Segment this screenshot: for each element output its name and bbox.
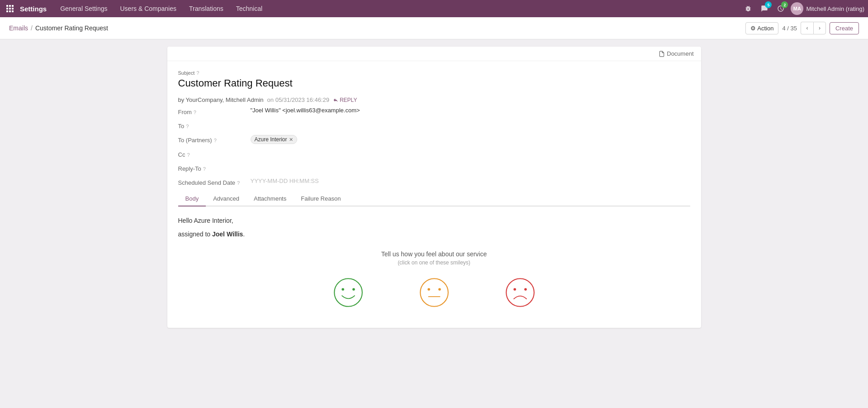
reply-link-label: REPLY (340, 97, 357, 103)
clock-badge: 2 (781, 1, 788, 8)
apps-grid-icon[interactable] (4, 2, 16, 15)
svg-point-13 (427, 288, 430, 291)
create-button[interactable]: Create (830, 22, 859, 34)
tab-failure-reason[interactable]: Failure Reason (294, 192, 348, 206)
prev-record-button[interactable]: ‹ (801, 22, 813, 34)
breadcrumb-toolbar: Emails / Customer Rating Request ⚙ Actio… (0, 17, 868, 39)
svg-rect-8 (12, 10, 14, 12)
to-value[interactable] (251, 121, 690, 128)
svg-rect-4 (9, 8, 11, 10)
cc-help-icon: ? (187, 152, 190, 158)
nav-technical[interactable]: Technical (230, 0, 269, 17)
svg-point-12 (420, 278, 448, 307)
breadcrumb-actions: ⚙ Action 4 / 35 ‹ › Create (745, 22, 859, 34)
svg-rect-0 (6, 5, 8, 7)
tabs-bar: Body Advanced Attachments Failure Reason (178, 192, 690, 206)
sad-face-btn[interactable] (504, 277, 536, 310)
form-body: Subject ? Customer Rating Request by You… (167, 61, 701, 328)
breadcrumb-parent-link[interactable]: Emails (9, 24, 28, 32)
svg-point-16 (513, 288, 516, 291)
breadcrumb: Emails / Customer Rating Request (9, 24, 108, 32)
app-brand: Settings (20, 5, 47, 13)
to-input[interactable] (251, 121, 690, 128)
to-partners-value: Azure Interior ✕ (251, 135, 690, 144)
nav-arrows: ‹ › (801, 22, 826, 34)
nav-translations[interactable]: Translations (183, 0, 230, 17)
svg-point-10 (342, 288, 344, 291)
meta-sender-line: by YourCompany, Mitchell Admin on 05/31/… (178, 96, 690, 103)
reply-to-label: Reply-To ? (178, 163, 251, 172)
happy-face-btn[interactable] (332, 277, 364, 310)
scheduled-send-value[interactable]: YYYY-MM-DD HH:MM:SS (251, 178, 690, 184)
svg-rect-6 (6, 10, 8, 12)
tag-label: Azure Interior (255, 136, 287, 143)
from-field-row: From ? "Joel Willis" <joel.willis63@exam… (178, 107, 690, 115)
reply-to-help-icon: ? (203, 166, 206, 172)
main-nav: General Settings Users & Companies Trans… (54, 0, 740, 17)
email-period: . (243, 230, 245, 238)
svg-rect-3 (6, 8, 8, 10)
svg-point-15 (506, 278, 534, 307)
scheduled-send-placeholder: YYYY-MM-DD HH:MM:SS (251, 178, 319, 184)
cc-label: Cc ? (178, 149, 251, 158)
svg-rect-5 (12, 8, 14, 10)
cc-value[interactable] (251, 149, 690, 156)
subject-help-icon: ? (196, 70, 199, 76)
reply-to-field-row: Reply-To ? (178, 163, 690, 172)
reply-to-value[interactable] (251, 163, 690, 170)
topbar: Settings General Settings Users & Compan… (0, 0, 868, 17)
svg-rect-7 (9, 10, 11, 12)
rating-faces (178, 277, 690, 310)
to-label: To ? (178, 121, 251, 130)
email-greeting: Hello Azure Interior, (178, 216, 690, 226)
action-button[interactable]: ⚙ Action (745, 22, 778, 34)
tab-attachments[interactable]: Attachments (247, 192, 294, 206)
document-link-label: Document (667, 50, 693, 57)
user-menu-btn[interactable]: MA Mitchell Admin (rating) (791, 2, 864, 15)
svg-point-11 (352, 288, 355, 291)
neutral-face-btn[interactable] (418, 277, 450, 310)
to-help-icon: ? (186, 124, 189, 129)
subject-label-row: Subject ? (178, 70, 690, 76)
nav-general-settings[interactable]: General Settings (54, 0, 114, 17)
reply-to-input[interactable] (251, 163, 690, 170)
sender-date: on 05/31/2023 16:46:29 (267, 96, 329, 103)
svg-point-14 (438, 288, 441, 291)
scheduled-send-help-icon: ? (237, 180, 240, 186)
email-content: assigned to Joel Willis. (178, 229, 690, 239)
chat-icon-btn[interactable]: 5 (758, 2, 771, 15)
cc-field-row: Cc ? (178, 149, 690, 158)
nav-users-companies[interactable]: Users & Companies (114, 0, 183, 17)
tab-advanced[interactable]: Advanced (206, 192, 247, 206)
to-partners-label: To (Partners) ? (178, 135, 251, 144)
svg-point-9 (334, 278, 362, 307)
sender-label: by YourCompany, Mitchell Admin (178, 96, 264, 103)
svg-rect-1 (9, 5, 11, 7)
email-person-name: Joel Willis (212, 230, 243, 238)
to-partners-help-icon: ? (214, 138, 217, 143)
document-link-bar: Document (167, 47, 701, 61)
azure-interior-tag[interactable]: Azure Interior ✕ (251, 135, 297, 144)
tab-content-body: Hello Azure Interior, assigned to Joel W… (178, 206, 690, 319)
subject-label: Subject (178, 70, 195, 76)
next-record-button[interactable]: › (813, 22, 826, 34)
email-content-text: assigned to (178, 230, 211, 238)
svg-point-17 (524, 288, 527, 291)
bug-icon-btn[interactable] (742, 2, 754, 15)
tag-remove-btn[interactable]: ✕ (289, 137, 293, 143)
topbar-right: 5 2 MA Mitchell Admin (rating) (742, 2, 864, 15)
avatar: MA (791, 2, 803, 15)
document-link[interactable]: Document (659, 50, 693, 57)
from-value: "Joel Willis" <joel.willis63@example.com… (251, 107, 690, 114)
tab-body[interactable]: Body (178, 192, 206, 206)
to-field-row: To ? (178, 121, 690, 130)
svg-rect-2 (12, 5, 14, 7)
cc-input[interactable] (251, 149, 690, 156)
subject-value: Customer Rating Request (178, 77, 690, 89)
clock-icon-btn[interactable]: 2 (774, 2, 787, 15)
to-partners-field-row: To (Partners) ? Azure Interior ✕ (178, 135, 690, 144)
main-content: Document Subject ? Customer Rating Reque… (0, 39, 868, 408)
rating-section: Tell us how you feel about our service (… (178, 250, 690, 310)
breadcrumb-separator: / (31, 24, 33, 32)
reply-link[interactable]: REPLY (333, 97, 357, 103)
